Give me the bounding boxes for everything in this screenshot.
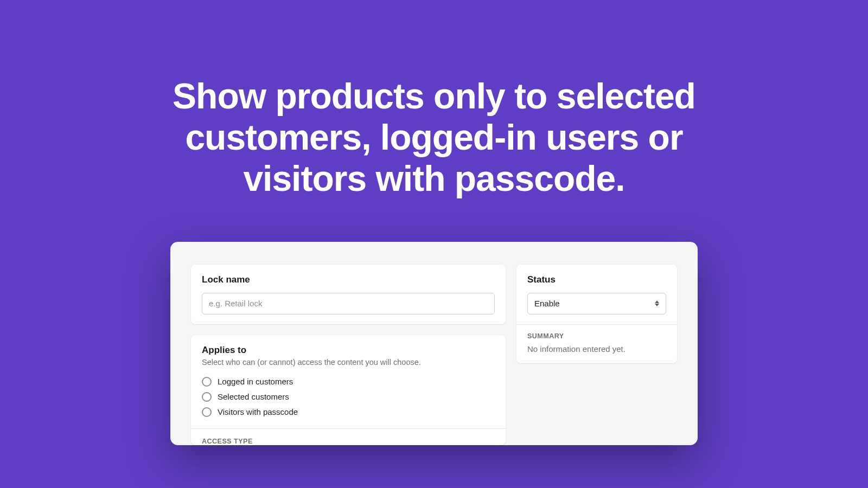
- applies-to-title: Applies to: [202, 345, 495, 356]
- radio-icon: [202, 377, 212, 387]
- lock-name-card: Lock name: [191, 265, 506, 324]
- hero-line-2: customers, logged-in users or: [0, 117, 868, 158]
- radio-label: Logged in customers: [218, 377, 293, 386]
- status-select[interactable]: Enable: [527, 293, 666, 314]
- hero-line-3: visitors with passcode.: [0, 158, 868, 200]
- summary-block: SUMMARY No information entered yet.: [516, 324, 677, 363]
- applies-to-helper: Select who can (or cannot) access the co…: [202, 358, 495, 367]
- radio-selected-customers[interactable]: Selected customers: [202, 389, 495, 404]
- left-column: Lock name Applies to Select who can (or …: [191, 265, 506, 445]
- status-card: Status Enable SUMMARY No information ent…: [516, 265, 677, 363]
- radio-visitors-with-passcode[interactable]: Visitors with passcode: [202, 404, 495, 420]
- radio-icon: [202, 407, 212, 417]
- status-title: Status: [527, 274, 666, 285]
- access-type-label: ACCESS TYPE: [191, 429, 506, 445]
- hero-heading: Show products only to selected customers…: [0, 0, 868, 200]
- radio-label: Selected customers: [218, 392, 289, 401]
- settings-panel: Lock name Applies to Select who can (or …: [170, 242, 698, 445]
- hero-line-1: Show products only to selected: [0, 76, 868, 117]
- radio-icon: [202, 392, 212, 402]
- status-select-value: Enable: [534, 299, 560, 308]
- radio-logged-in-customers[interactable]: Logged in customers: [202, 374, 495, 389]
- right-column: Status Enable SUMMARY No information ent…: [516, 265, 677, 363]
- lock-name-title: Lock name: [202, 274, 495, 285]
- applies-to-card: Applies to Select who can (or cannot) ac…: [191, 335, 506, 445]
- lock-name-input[interactable]: [202, 293, 495, 314]
- summary-label: SUMMARY: [527, 332, 666, 340]
- summary-text: No information entered yet.: [527, 344, 666, 354]
- radio-label: Visitors with passcode: [218, 407, 298, 416]
